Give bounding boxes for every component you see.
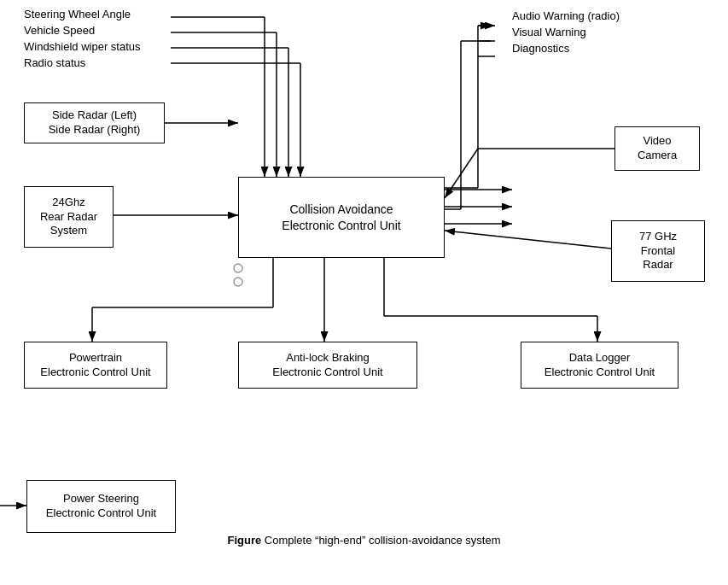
collision-avoidance-box: Collision AvoidanceElectronic Control Un…: [238, 177, 445, 258]
data-logger-box: Data LoggerElectronic Control Unit: [521, 342, 678, 389]
frontal-radar-box: 77 GHzFrontalRadar: [611, 220, 705, 282]
svg-point-32: [234, 278, 242, 286]
output-labels-top: Audio Warning (radio) Visual Warning Dia…: [512, 9, 620, 57]
video-camera-box: VideoCamera: [614, 126, 700, 171]
input-labels-top: Steering Wheel Angle Vehicle Speed Winds…: [24, 7, 141, 71]
svg-line-23: [445, 231, 611, 249]
power-steering-box: Power SteeringElectronic Control Unit: [26, 480, 176, 533]
diagram-container: Steering Wheel Angle Vehicle Speed Winds…: [0, 0, 728, 555]
rear-radar-box: 24GhzRear RadarSystem: [24, 186, 114, 248]
figure-caption: Figure Complete “high-end” collision-avo…: [227, 534, 500, 547]
powertrain-box: PowertrainElectronic Control Unit: [24, 342, 167, 389]
side-radar-box: Side Radar (Left)Side Radar (Right): [24, 102, 165, 143]
svg-point-31: [234, 264, 242, 272]
svg-line-22: [445, 149, 478, 198]
antilock-box: Anti-lock BrakingElectronic Control Unit: [238, 342, 417, 389]
